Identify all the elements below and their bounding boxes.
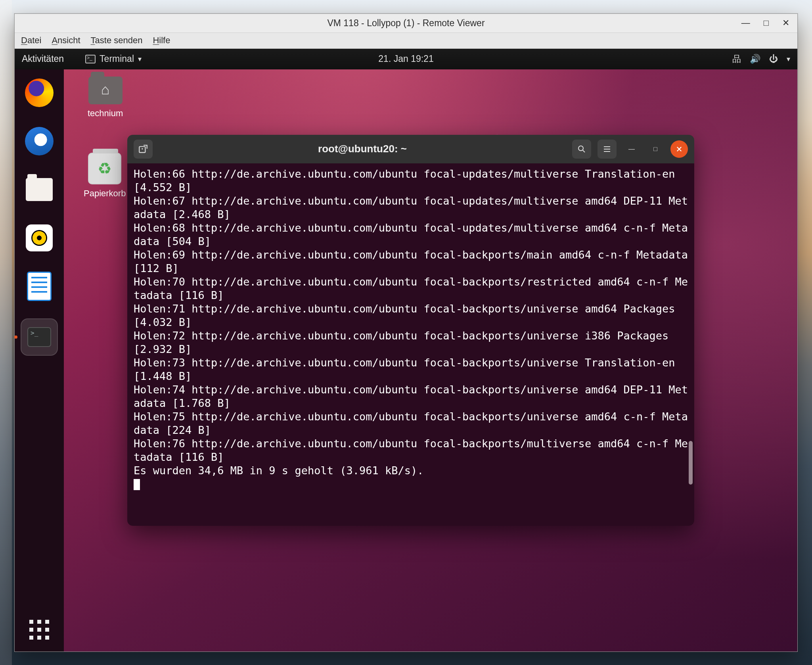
menu-sendkey[interactable]: Taste senden	[91, 35, 143, 46]
show-apps-button[interactable]	[29, 620, 49, 640]
terminal-output[interactable]: Holen:66 http://de.archive.ubuntu.com/ub…	[127, 163, 694, 526]
network-icon: 品	[732, 53, 741, 65]
clock[interactable]: 21. Jan 19:21	[378, 54, 433, 64]
terminal-icon	[85, 55, 96, 63]
window-controls: — □ ✕	[741, 18, 797, 28]
network-icon	[715, 55, 724, 63]
guest-body: >_ ⌂ technium ♻ Papierkorb	[15, 69, 797, 652]
menu-view[interactable]: Ansicht	[52, 35, 80, 46]
terminal-menu-button[interactable]	[598, 140, 617, 159]
chevron-down-icon: ▾	[138, 55, 142, 63]
menu-file[interactable]: Datei	[21, 35, 41, 46]
menu-help[interactable]: Hilfe	[153, 35, 170, 46]
terminal-window: root@ubuntu20: ~ — □	[127, 135, 694, 526]
terminal-scrollbar[interactable]	[689, 441, 693, 485]
viewer-titlebar[interactable]: VM 118 - Lollypop (1) - Remote Viewer — …	[15, 14, 797, 33]
remote-viewer-window: VM 118 - Lollypop (1) - Remote Viewer — …	[14, 13, 798, 652]
volume-icon: 🔊	[750, 54, 760, 64]
desktop-trash[interactable]: ♻ Papierkorb	[84, 153, 126, 199]
document-icon	[27, 272, 52, 301]
app-menu[interactable]: Terminal ▾	[85, 54, 142, 64]
host-sidebar	[0, 0, 12, 665]
desktop-item-label: Papierkorb	[84, 188, 126, 199]
desktop-home-folder[interactable]: ⌂ technium	[88, 77, 123, 119]
folder-icon: ⌂	[88, 77, 123, 104]
desktop-item-label: technium	[88, 108, 123, 119]
new-tab-button[interactable]	[134, 140, 153, 159]
gnome-top-bar[interactable]: Aktivitäten Terminal ▾ 21. Jan 19:21 品 🔊…	[15, 49, 797, 69]
maximize-button[interactable]: □	[764, 18, 769, 28]
terminal-titlebar[interactable]: root@ubuntu20: ~ — □	[127, 135, 694, 163]
trash-icon: ♻	[88, 153, 121, 184]
minimize-button[interactable]: —	[741, 18, 750, 28]
viewer-title: VM 118 - Lollypop (1) - Remote Viewer	[15, 18, 797, 29]
folder-icon	[26, 178, 53, 201]
recycle-icon: ♻	[98, 159, 112, 178]
thunderbird-icon	[25, 127, 54, 155]
power-icon: ⏻	[769, 54, 778, 64]
desktop[interactable]: ⌂ technium ♻ Papierkorb root@ubuntu20	[64, 69, 797, 652]
terminal-cursor	[134, 479, 140, 490]
terminal-search-button[interactable]	[572, 140, 591, 159]
app-menu-label: Terminal	[100, 54, 134, 64]
search-icon	[577, 144, 586, 154]
terminal-icon: >_	[27, 327, 51, 347]
terminal-maximize-button[interactable]: □	[647, 140, 664, 158]
viewer-menubar: Datei Ansicht Taste senden Hilfe	[15, 33, 797, 49]
speaker-icon	[26, 224, 53, 251]
terminal-minimize-button[interactable]: —	[623, 140, 640, 158]
svg-point-3	[578, 146, 583, 151]
hamburger-icon	[602, 144, 612, 154]
system-tray[interactable]: 品 🔊 ⏻ ▾	[715, 53, 790, 65]
dock-terminal[interactable]: >_	[21, 318, 58, 356]
terminal-title: root@ubuntu20: ~	[157, 143, 567, 155]
tab-plus-icon	[138, 144, 148, 154]
chevron-down-icon: ▾	[787, 55, 790, 63]
dock-files[interactable]	[23, 173, 56, 206]
dock-firefox[interactable]	[23, 77, 56, 109]
guest-display: Aktivitäten Terminal ▾ 21. Jan 19:21 品 🔊…	[15, 49, 797, 652]
terminal-close-button[interactable]	[670, 140, 688, 158]
firefox-icon	[25, 79, 54, 107]
dock-rhythmbox[interactable]	[23, 222, 56, 254]
home-icon: ⌂	[101, 81, 110, 98]
close-button[interactable]: ✕	[782, 18, 789, 28]
close-icon	[676, 146, 683, 153]
dock-writer[interactable]	[23, 270, 56, 303]
dock: >_	[15, 69, 64, 652]
activities-button[interactable]: Aktivitäten	[22, 54, 64, 64]
dock-thunderbird[interactable]	[23, 125, 56, 157]
